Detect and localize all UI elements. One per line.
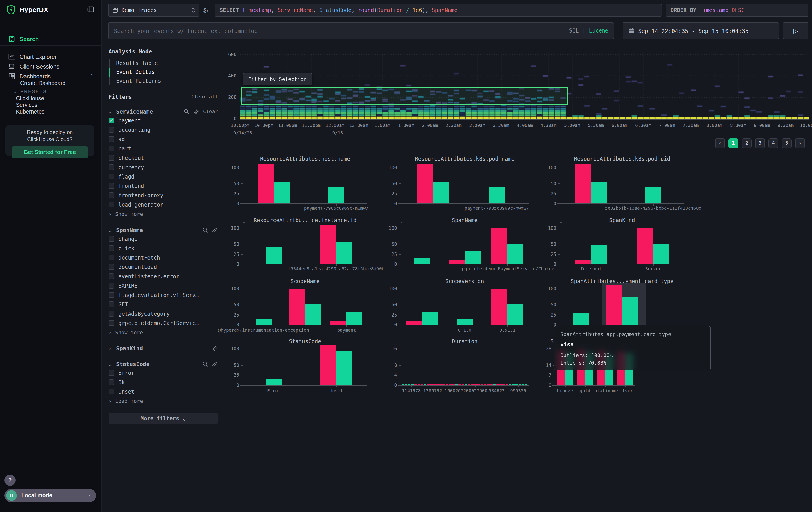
search-icon[interactable]	[202, 361, 208, 367]
outlier-bar[interactable]	[289, 289, 305, 325]
outlier-bar[interactable]	[330, 321, 346, 325]
page-prev-button[interactable]: ‹	[715, 138, 725, 148]
analysis-mode-event-patterns[interactable]: Event Patterns	[109, 77, 218, 85]
inlier-bar[interactable]	[645, 187, 661, 204]
sidebar-collapse-icon[interactable]	[87, 6, 94, 13]
checkbox-unchecked[interactable]	[109, 255, 114, 261]
strip-segment[interactable]	[408, 384, 410, 385]
strip-segment[interactable]	[502, 384, 505, 385]
filter-option-click[interactable]: click	[109, 244, 218, 253]
strip-segment[interactable]	[515, 384, 518, 385]
filter-option-documentload[interactable]: documentLoad	[109, 262, 218, 272]
filter-group-header-spanname[interactable]: ⌄SpanName	[109, 225, 218, 234]
page-button-2[interactable]: 2	[742, 138, 752, 148]
filter-option-ad[interactable]: ad	[109, 134, 218, 144]
order-by-input[interactable]: ORDER BY Timestamp DESC	[666, 4, 808, 17]
checkbox-unchecked[interactable]	[109, 370, 114, 376]
pin-icon[interactable]	[194, 108, 199, 114]
strip-segment[interactable]	[493, 384, 496, 385]
local-mode-menu[interactable]: U Local mode ›	[4, 489, 96, 502]
strip-segment[interactable]	[443, 384, 445, 385]
checkbox-checked[interactable]: ✓	[109, 117, 114, 123]
checkbox-unchecked[interactable]	[109, 283, 114, 289]
filter-option-ok[interactable]: Ok	[109, 378, 218, 387]
strip-segment[interactable]	[490, 384, 493, 385]
strip-segment[interactable]	[477, 384, 480, 385]
outlier-bar[interactable]	[406, 321, 422, 325]
inlier-bar[interactable]	[336, 351, 352, 385]
strip-segment[interactable]	[512, 384, 515, 385]
outlier-bar[interactable]	[320, 225, 336, 264]
strip-segment[interactable]	[436, 384, 439, 385]
clear-all-button[interactable]: Clear all	[192, 94, 218, 100]
search-input[interactable]: Search your events w/ Lucene ex. column:…	[108, 22, 614, 39]
inlier-bar[interactable]	[508, 304, 523, 325]
strip-segment[interactable]	[474, 384, 477, 385]
strip-segment[interactable]	[427, 384, 430, 385]
strip-segment[interactable]	[455, 384, 458, 385]
inlier-bar[interactable]	[328, 187, 344, 204]
inlier-bar[interactable]	[622, 297, 638, 325]
checkbox-unchecked[interactable]	[109, 389, 114, 395]
checkbox-unchecked[interactable]	[109, 155, 114, 161]
checkbox-unchecked[interactable]	[109, 301, 114, 307]
outlier-bar[interactable]	[491, 289, 508, 325]
strip-segment[interactable]	[452, 384, 455, 385]
strip-segment[interactable]	[465, 384, 467, 385]
filter-option-flagd[interactable]: flagd	[109, 172, 218, 181]
run-query-button[interactable]: ▷	[783, 22, 808, 39]
inlier-bar[interactable]	[414, 258, 430, 264]
filter-option-grpc-oteldemo-cartservic-[interactable]: grpc.oteldemo.CartServic…	[109, 318, 218, 328]
sidebar-item-dashboards[interactable]: Dashboards⌃	[0, 71, 102, 81]
checkbox-unchecked[interactable]	[109, 127, 114, 133]
outlier-bar[interactable]	[320, 346, 336, 385]
filter-by-selection-button[interactable]: Filter by Selection	[243, 73, 312, 85]
strip-segment[interactable]	[439, 384, 442, 385]
sidebar-item-clickhouse[interactable]: ClickHouse	[16, 95, 44, 102]
outlier-bar[interactable]	[449, 260, 465, 264]
search-icon[interactable]	[184, 108, 190, 114]
strip-segment[interactable]	[509, 384, 512, 385]
heatmap-selection-box[interactable]	[241, 87, 568, 105]
page-button-3[interactable]: 3	[755, 138, 765, 148]
outlier-bar[interactable]	[606, 286, 622, 325]
strip-segment[interactable]	[468, 384, 470, 385]
strip-segment[interactable]	[462, 384, 464, 385]
inlier-bar[interactable]	[573, 314, 589, 325]
strip-segment[interactable]	[414, 384, 417, 385]
checkbox-unchecked[interactable]	[109, 245, 114, 251]
strip-segment[interactable]	[496, 384, 499, 385]
inlier-bar[interactable]	[591, 182, 607, 204]
filter-option-eventlistener-error[interactable]: eventListener.error	[109, 272, 218, 281]
strip-segment[interactable]	[424, 384, 426, 385]
sql-select-input[interactable]: SELECT Timestamp, ServiceName, StatusCod…	[215, 4, 662, 17]
load-more-button[interactable]: ›Load more	[109, 396, 218, 406]
get-started-button[interactable]: Get Started for Free	[11, 146, 88, 158]
checkbox-unchecked[interactable]	[109, 236, 114, 242]
more-filters-button[interactable]: More filters⌄	[109, 413, 218, 424]
filter-group-header-servicename[interactable]: ⌄ServiceNameClear	[109, 107, 218, 116]
outlier-bar[interactable]	[637, 228, 653, 264]
inlier-bar[interactable]	[336, 242, 352, 264]
filter-option-expire[interactable]: EXPIRE	[109, 281, 218, 290]
page-next-button[interactable]: ›	[795, 138, 805, 148]
checkbox-unchecked[interactable]	[109, 202, 114, 208]
checkbox-unchecked[interactable]	[109, 173, 114, 180]
inlier-bar[interactable]	[305, 304, 321, 325]
sidebar-item-chart-explorer[interactable]: Chart Explorer	[0, 52, 102, 61]
checkbox-unchecked[interactable]	[109, 164, 114, 170]
show-more-button[interactable]: ›Show more	[109, 209, 218, 219]
filter-option-get[interactable]: GET	[109, 300, 218, 309]
filter-option-accounting[interactable]: accounting	[109, 125, 218, 134]
inlier-bar[interactable]	[266, 379, 282, 385]
filter-option-cart[interactable]: cart	[109, 144, 218, 153]
filter-option-payment[interactable]: ✓payment	[109, 116, 218, 125]
strip-segment[interactable]	[499, 384, 502, 385]
lang-toggle-lucene[interactable]: Lucene	[589, 28, 608, 34]
strip-segment[interactable]	[402, 384, 404, 385]
inlier-bar[interactable]	[489, 187, 505, 204]
pin-icon[interactable]	[212, 345, 218, 351]
strip-segment[interactable]	[411, 384, 414, 385]
filter-option-checkout[interactable]: checkout	[109, 153, 218, 162]
page-button-4[interactable]: 4	[768, 138, 778, 148]
